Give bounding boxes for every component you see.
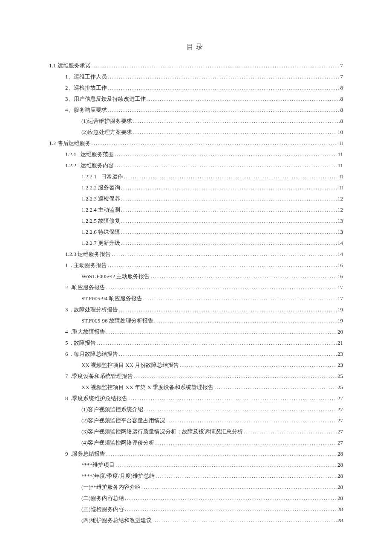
toc-entry: 5 . 故障报告21 — [49, 337, 343, 349]
toc-entry-page: 12 — [337, 204, 343, 215]
toc-leader-dots — [108, 71, 340, 82]
toc-entry-label: 1.2.2.1 日常运作 — [81, 171, 123, 182]
toc-entry-label: WoST.F005-92 主动服务报告 — [81, 271, 150, 282]
toc-leader-dots — [154, 315, 337, 326]
toc-leader-dots — [115, 459, 337, 471]
toc-entry-label: 6 . 每月故障总结报告 — [65, 349, 118, 360]
toc-entry: 1.2.2.4 主动监测12 — [49, 204, 343, 215]
toc-leader-dots — [155, 437, 337, 448]
toc-entry: 1.2.2 运维服务内容11 — [49, 160, 343, 171]
toc-entry-label: 8 .季度系统维护总结报告 — [65, 393, 127, 404]
toc-entry: (2)客户视频监控平台容量占用情况27 — [49, 415, 343, 426]
toc-entry-page: II — [339, 171, 343, 182]
toc-leader-dots — [125, 493, 337, 504]
toc-entry-label: (一)**维护服务内容介绍 — [81, 482, 141, 493]
toc-entry: 2 .响应服务报告17 — [49, 282, 343, 293]
toc-entry: (3)客户视频监控网络运行质量情况分析；故障及投诉情况汇总分析27 — [49, 426, 343, 437]
toc-leader-dots — [144, 404, 337, 415]
toc-entry-label: XX 视频监控项目 XX 年第 X 季度设备和系统管理报告 — [81, 382, 213, 393]
toc-entry-page: 13 — [337, 227, 343, 238]
toc-entry-label: XX 视频监控项目 XX 月份故障总结报告 — [81, 360, 179, 371]
toc-entry-page: 8 — [340, 82, 343, 93]
toc-entry-label: 1.1 运维服务承诺 — [49, 60, 91, 71]
toc-entry-page: 28 — [337, 482, 343, 493]
toc-leader-dots — [119, 349, 337, 360]
toc-entry: ****(年度/季度/月度)维护总结28 — [49, 471, 343, 482]
toc-entry: ST.F005-96 故障处理分析报告19 — [49, 315, 343, 326]
toc-entry: 1.2.2.5 故障修复13 — [49, 215, 343, 227]
toc-entry-page: 16 — [337, 271, 343, 282]
toc-entry-page: 28 — [337, 448, 343, 459]
toc-entry: 1.2.2.7 更新升级14 — [49, 238, 343, 249]
toc-entry-label: 1.2.2.7 更新升级 — [81, 238, 120, 249]
toc-entry-label: 1.2.1 运维服务范围 — [65, 149, 114, 160]
toc-leader-dots — [121, 204, 337, 215]
toc-entry-page: 27 — [337, 404, 343, 415]
toc-entry: 7 .季度设备和系统管理报告25 — [49, 371, 343, 382]
toc-leader-dots — [133, 116, 339, 127]
toc-entry-label: 9 .服务总结报告 — [65, 448, 105, 459]
toc-entry-page: 7 — [340, 60, 343, 71]
toc-entry-page: 13 — [337, 215, 343, 227]
toc-entry-page: 20 — [337, 326, 343, 337]
toc-entry: (1)运营维护服务要求8 — [49, 116, 343, 127]
toc-entry-label: 1.2.2.3 巡检保养 — [81, 193, 120, 204]
toc-entry-page: 27 — [337, 393, 343, 404]
toc-entry-label: (1)客户视频监控系统介绍 — [81, 404, 143, 415]
toc-entry: 1、运维工作人员7 — [49, 71, 343, 82]
toc-entry: 1.1 运维服务承诺7 — [49, 60, 343, 71]
toc-entry-page: 19 — [337, 315, 343, 326]
toc-entry: 4 .重大故障报告20 — [49, 326, 343, 337]
toc-entry: 1 . 主动服务报告16 — [49, 260, 343, 271]
toc-entry-page: 19 — [337, 304, 343, 315]
toc-entry: WoST.F005-92 主动服务报告16 — [49, 271, 343, 282]
toc-entry: 3、用户信息反馈及持续改进工作8 — [49, 93, 343, 105]
toc-entry-page: 12 — [337, 193, 343, 204]
toc-entry-page: 7 — [340, 71, 343, 82]
toc-entry-page: 27 — [337, 426, 343, 437]
toc-leader-dots — [108, 260, 337, 271]
toc-entry-page: 14 — [337, 249, 343, 260]
toc-entry-label: 2 .响应服务报告 — [65, 282, 105, 293]
toc-entry-label: ****(年度/季度/月度)维护总结 — [81, 471, 155, 482]
toc-entry: ****维护项目28 — [49, 459, 343, 471]
toc-entry-page: 11 — [337, 149, 343, 160]
toc-entry: 9 .服务总结报告28 — [49, 448, 343, 459]
toc-entry-label: (四)维护服务总结和改进建议 — [81, 515, 152, 526]
toc-entry-label: (3)客户视频监控网络运行质量情况分析；故障及投诉情况汇总分析 — [81, 426, 243, 437]
toc-entry-label: (4)客户视频监控网络评价分析 — [81, 437, 154, 448]
toc-leader-dots — [92, 60, 340, 71]
toc-entry: 2、巡检排故工作8 — [49, 82, 343, 93]
toc-entry: 1.2.2.3 巡检保养12 — [49, 193, 343, 204]
toc-entry-label: 1.2.3 运维服务报告 — [65, 249, 111, 260]
toc-entry-page: 10 — [337, 127, 343, 138]
toc-entry-page: 14 — [337, 238, 343, 249]
toc-entry-label: 7 .季度设备和系统管理报告 — [65, 371, 133, 382]
toc-leader-dots — [214, 382, 337, 393]
toc-entry-page: 25 — [337, 382, 343, 393]
toc-entry: 3 . 故障处理分析报告19 — [49, 304, 343, 315]
toc-entry-label: 1 . 主动服务报告 — [65, 260, 107, 271]
toc-entry: XX 视频监控项目 XX 月份故障总结报告23 — [49, 360, 343, 371]
toc-entry-label: 4、服务响应要求 — [65, 105, 107, 116]
toc-leader-dots — [106, 282, 337, 293]
toc-entry: 6 . 每月故障总结报告23 — [49, 349, 343, 360]
toc-entry: ST.F005-94 响应服务报告17 — [49, 293, 343, 304]
toc-entry-label: 5 . 故障报告 — [65, 337, 96, 349]
toc-entry-label: (二)服务内容总结 — [81, 493, 124, 504]
toc-leader-dots — [133, 127, 337, 138]
toc-entry: (4)客户视频监控网络评价分析27 — [49, 437, 343, 448]
toc-leader-dots — [106, 326, 337, 337]
toc-entry-label: (2)客户视频监控平台容量占用情况 — [81, 415, 165, 426]
toc-entry: XX 视频监控项目 XX 年第 X 季度设备和系统管理报告25 — [49, 382, 343, 393]
toc-entry-label: 2、巡检排故工作 — [65, 82, 107, 93]
toc-entry-label: ST.F005-94 响应服务报告 — [81, 293, 142, 304]
toc-leader-dots — [128, 393, 337, 404]
toc-leader-dots — [121, 215, 337, 227]
toc-entry: 1.2.2.2 服务咨询II — [49, 182, 343, 193]
toc-container: 1.1 运维服务承诺71、运维工作人员72、巡检排故工作83、用户信息反馈及持续… — [49, 60, 343, 526]
toc-leader-dots — [166, 415, 337, 426]
toc-leader-dots — [108, 105, 340, 116]
toc-entry-label: 3 . 故障处理分析报告 — [65, 304, 118, 315]
toc-entry-page: 28 — [337, 504, 343, 515]
